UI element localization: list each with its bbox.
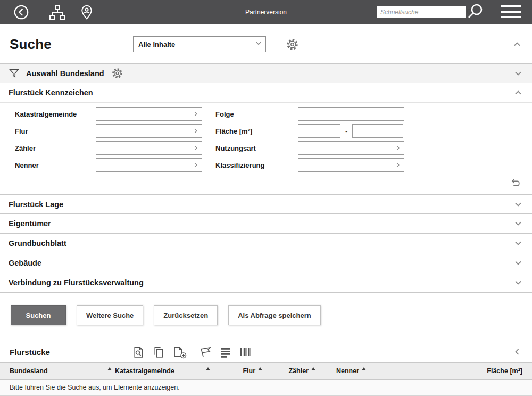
flur-label: Flur [15, 127, 96, 135]
chevron-down-icon[interactable] [513, 238, 523, 249]
flag-icon[interactable] [198, 345, 212, 358]
flur-input[interactable] [96, 125, 190, 137]
flur-field [96, 124, 202, 138]
flaeche-to-input[interactable] [352, 124, 403, 138]
copy-document-icon[interactable] [152, 345, 165, 359]
flaeche-from-input[interactable] [298, 124, 340, 138]
nenner-field [96, 158, 202, 172]
funnel-icon [9, 68, 20, 79]
als-abfrage-speichern-button[interactable]: Als Abfrage speichern [228, 305, 321, 325]
sort-ascending-icon [311, 367, 315, 370]
zaehler-label: Zähler [15, 144, 96, 152]
sort-ascending-icon [362, 367, 366, 370]
search-panel-header: Suche Alle Inhalte [10, 32, 522, 56]
chevron-down-icon[interactable] [513, 199, 523, 210]
section-flurstueck-lage[interactable]: Flurstück Lage [0, 194, 532, 214]
picker-chevron-right-icon[interactable] [190, 144, 202, 152]
column-header-bundesland[interactable]: Bundesland [10, 367, 115, 375]
weitere-suche-button[interactable]: Weitere Suche [77, 305, 143, 325]
klassifizierung-input[interactable] [298, 159, 392, 171]
section-flurstueck-kennzeichen[interactable]: Flurstück Kennzeichen [0, 83, 532, 103]
action-buttons: Suchen Weitere Suche Zurücksetzen Als Ab… [11, 305, 532, 325]
chevron-down-icon[interactable] [513, 277, 523, 288]
section-title: Grundbuchblatt [9, 239, 66, 248]
nenner-label: Nenner [15, 161, 96, 169]
network-icon[interactable] [48, 4, 66, 21]
results-panel: Flurstücke [0, 341, 532, 396]
katastralgemeinde-input[interactable] [96, 108, 190, 120]
partner-version-label: Partnerversion [245, 9, 287, 16]
sort-ascending-icon [258, 367, 262, 370]
section-gebaeude[interactable]: Gebäude [0, 253, 532, 273]
picker-chevron-right-icon[interactable] [190, 127, 202, 135]
results-empty-message: Bitte führen Sie die Suche aus, um Eleme… [0, 380, 532, 396]
nutzungsart-label: Nutzungsart [215, 144, 298, 152]
section-verbindung-flurstuecksverwaltung[interactable]: Verbindung zu Flurstücksverwaltung [0, 273, 532, 293]
section-title: Gebäude [9, 259, 41, 267]
results-title: Flurstücke [10, 348, 132, 357]
klassifizierung-field [298, 158, 404, 172]
nutzungsart-field [298, 141, 404, 155]
content-scope-select[interactable]: Alle Inhalte [133, 36, 266, 52]
collapse-search-chevron-up-icon[interactable] [512, 39, 522, 50]
column-header-zaehler[interactable]: Zähler [262, 367, 315, 375]
chevron-down-icon[interactable] [513, 218, 523, 229]
partner-version-button[interactable]: Partnerversion [229, 6, 303, 18]
section-grundbuchblatt[interactable]: Grundbuchblatt [0, 234, 532, 253]
section-auswahl-bundesland[interactable]: Auswahl Bundesland [0, 63, 532, 83]
page-title: Suche [10, 36, 133, 53]
column-header-flaeche[interactable]: Fläche [m²] [366, 367, 522, 375]
picker-chevron-right-icon[interactable] [190, 161, 202, 169]
section-title: Flurstück Lage [9, 200, 63, 209]
flaeche-label: Fläche [m²] [215, 127, 298, 135]
nutzungsart-input[interactable] [298, 142, 392, 154]
search-sections: Auswahl Bundesland Flurstück Kennzeichen… [0, 63, 532, 293]
quicksearch-box [377, 6, 461, 18]
column-header-katastralgemeinde[interactable]: Katastralgemeinde [115, 367, 213, 375]
map-pin-icon[interactable] [79, 4, 94, 20]
menu-icon[interactable] [500, 4, 521, 22]
folge-label: Folge [215, 110, 298, 118]
zaehler-input[interactable] [96, 142, 190, 154]
chevron-up-icon[interactable] [513, 87, 523, 98]
suchen-button[interactable]: Suchen [11, 305, 66, 325]
zaehler-field [96, 141, 202, 155]
content-scope-value: Alle Inhalte [138, 40, 254, 48]
back-icon[interactable] [13, 4, 29, 20]
picker-chevron-right-icon[interactable] [392, 161, 404, 169]
chevron-down-icon[interactable] [513, 68, 523, 79]
zuruecksetzen-button[interactable]: Zurücksetzen [154, 305, 218, 325]
quicksearch-input[interactable] [377, 6, 466, 18]
preview-document-icon[interactable] [132, 345, 145, 359]
range-separator: - [345, 127, 347, 135]
barcode-icon[interactable] [239, 345, 253, 358]
chevron-down-icon [254, 38, 263, 50]
katastralgemeinde-label: Katastralgemeinde [15, 110, 96, 118]
chevron-down-icon[interactable] [513, 258, 523, 268]
column-header-nenner[interactable]: Nenner [315, 367, 366, 375]
column-header-flur[interactable]: Flur [213, 367, 262, 375]
klassifizierung-label: Klassifizierung [215, 161, 298, 169]
picker-chevron-right-icon[interactable] [190, 110, 202, 118]
bundesland-settings-gear-icon[interactable] [112, 68, 123, 79]
folge-input[interactable] [298, 107, 404, 121]
topbar: Partnerversion [0, 0, 532, 24]
section-title: Flurstück Kennzeichen [9, 88, 93, 97]
search-settings-gear-icon[interactable] [286, 38, 298, 51]
katastralgemeinde-field [96, 107, 202, 121]
results-table-header: Bundesland Katastralgemeinde Flur Zähler… [0, 362, 532, 380]
list-icon[interactable] [219, 345, 232, 358]
kennzeichen-form: Katastralgemeinde Folge Flur Fläche [m²]… [0, 103, 532, 194]
section-eigentuemer[interactable]: Eigentümer [0, 214, 532, 234]
search-icon-large[interactable] [466, 3, 484, 23]
reset-section-undo-icon[interactable] [509, 177, 521, 189]
collapse-results-chevron-left-icon[interactable] [512, 346, 522, 357]
section-title: Auswahl Bundesland [26, 69, 104, 78]
section-title: Eigentümer [9, 219, 51, 228]
add-document-icon[interactable] [172, 345, 187, 359]
section-title: Verbindung zu Flurstücksverwaltung [9, 278, 144, 287]
nenner-input[interactable] [96, 159, 190, 171]
picker-chevron-right-icon[interactable] [392, 144, 404, 152]
sort-ascending-icon [206, 367, 210, 370]
sort-ascending-icon [107, 367, 112, 370]
